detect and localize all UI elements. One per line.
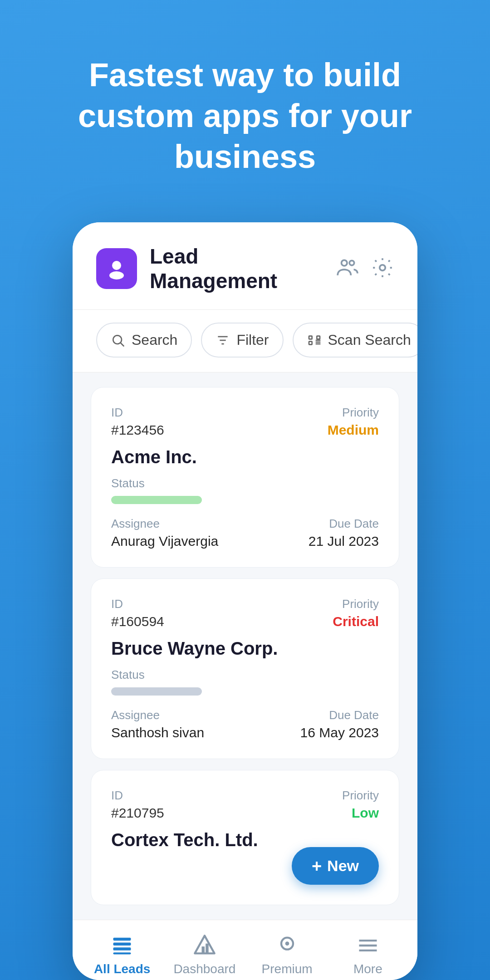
svg-line-6 bbox=[121, 343, 124, 346]
nav-more-label: More bbox=[353, 962, 382, 976]
nav-more[interactable]: More bbox=[338, 934, 397, 976]
id-label-3: ID bbox=[111, 789, 164, 803]
svg-point-24 bbox=[285, 941, 289, 946]
id-value-1: #123456 bbox=[111, 422, 164, 438]
new-label: New bbox=[327, 857, 359, 875]
svg-rect-16 bbox=[113, 938, 131, 941]
priority-value-2: Critical bbox=[333, 614, 379, 629]
priority-value-3: Low bbox=[342, 805, 379, 821]
nav-dashboard-label: Dashboard bbox=[173, 962, 235, 976]
svg-rect-12 bbox=[309, 341, 312, 344]
dashboard-icon bbox=[193, 934, 216, 957]
lead-card-1[interactable]: ID #123456 Priority Medium Acme Inc. Sta… bbox=[91, 387, 399, 568]
search-label: Search bbox=[132, 332, 177, 348]
app-card: Lead Management bbox=[73, 222, 417, 980]
more-icon bbox=[356, 934, 380, 957]
all-leads-icon bbox=[110, 934, 134, 957]
lead-name-1: Acme Inc. bbox=[111, 447, 379, 467]
svg-point-1 bbox=[109, 271, 124, 279]
lead-card-3[interactable]: ID #210795 Priority Low Cortex Tech. Ltd… bbox=[91, 770, 399, 905]
filter-button[interactable]: Filter bbox=[201, 323, 283, 358]
priority-label-3: Priority bbox=[342, 789, 379, 803]
due-label-1: Due Date bbox=[309, 517, 379, 531]
id-label-1: ID bbox=[111, 406, 164, 420]
app-header: Lead Management bbox=[73, 222, 417, 310]
svg-rect-10 bbox=[309, 336, 312, 339]
status-bar-2 bbox=[111, 687, 202, 696]
app-title: Lead Management bbox=[150, 244, 323, 293]
scan-search-button[interactable]: Scan Search bbox=[293, 323, 418, 358]
lead-name-2: Bruce Wayne Corp. bbox=[111, 638, 379, 659]
id-value-3: #210795 bbox=[111, 805, 164, 821]
due-label-2: Due Date bbox=[300, 708, 379, 722]
svg-point-2 bbox=[342, 260, 348, 266]
svg-point-0 bbox=[112, 261, 121, 270]
filter-label: Filter bbox=[236, 332, 269, 348]
toolbar: Search Filter Scan Search bbox=[73, 310, 417, 372]
assignee-value-2: Santhosh sivan bbox=[111, 725, 204, 740]
svg-rect-19 bbox=[113, 952, 131, 954]
svg-rect-11 bbox=[317, 336, 320, 339]
nav-dashboard[interactable]: Dashboard bbox=[173, 934, 235, 976]
svg-rect-17 bbox=[113, 943, 131, 946]
due-value-2: 16 May 2023 bbox=[300, 725, 379, 740]
due-value-1: 21 Jul 2023 bbox=[309, 534, 379, 549]
scan-icon bbox=[307, 333, 322, 348]
settings-icon[interactable] bbox=[371, 256, 394, 281]
svg-point-5 bbox=[113, 335, 122, 344]
header-icons bbox=[336, 256, 394, 281]
nav-all-leads[interactable]: All Leads bbox=[93, 934, 152, 976]
lead-card-2[interactable]: ID #160594 Priority Critical Bruce Wayne… bbox=[91, 578, 399, 759]
nav-all-leads-label: All Leads bbox=[94, 962, 150, 976]
id-value-2: #160594 bbox=[111, 614, 164, 629]
svg-rect-21 bbox=[201, 946, 205, 953]
svg-rect-22 bbox=[206, 944, 209, 954]
hero-title: Fastest way to build custom apps for you… bbox=[41, 54, 449, 177]
status-bar-1 bbox=[111, 496, 202, 504]
plus-icon: + bbox=[312, 858, 322, 875]
priority-label-2: Priority bbox=[333, 597, 379, 611]
filter-icon bbox=[216, 333, 230, 348]
search-icon bbox=[111, 333, 125, 348]
scan-label: Scan Search bbox=[328, 332, 411, 348]
search-button[interactable]: Search bbox=[96, 323, 192, 358]
content-area: ID #123456 Priority Medium Acme Inc. Sta… bbox=[73, 372, 417, 920]
svg-point-3 bbox=[349, 260, 354, 265]
id-label-2: ID bbox=[111, 597, 164, 611]
bottom-nav: All Leads Dashboard Premium More bbox=[73, 920, 417, 980]
priority-label-1: Priority bbox=[328, 406, 379, 420]
svg-point-4 bbox=[380, 265, 386, 271]
assignee-label-2: Assignee bbox=[111, 708, 204, 722]
nav-premium[interactable]: Premium bbox=[258, 934, 317, 976]
status-label-1: Status bbox=[111, 476, 379, 490]
assignee-label-1: Assignee bbox=[111, 517, 218, 531]
team-icon[interactable] bbox=[336, 256, 358, 281]
new-lead-button[interactable]: + New bbox=[292, 847, 379, 885]
priority-value-1: Medium bbox=[328, 422, 379, 438]
nav-premium-label: Premium bbox=[262, 962, 313, 976]
app-logo bbox=[96, 248, 137, 289]
premium-icon bbox=[275, 934, 299, 957]
status-label-2: Status bbox=[111, 668, 379, 682]
svg-rect-18 bbox=[113, 947, 131, 951]
assignee-value-1: Anurag Vijavergia bbox=[111, 534, 218, 549]
